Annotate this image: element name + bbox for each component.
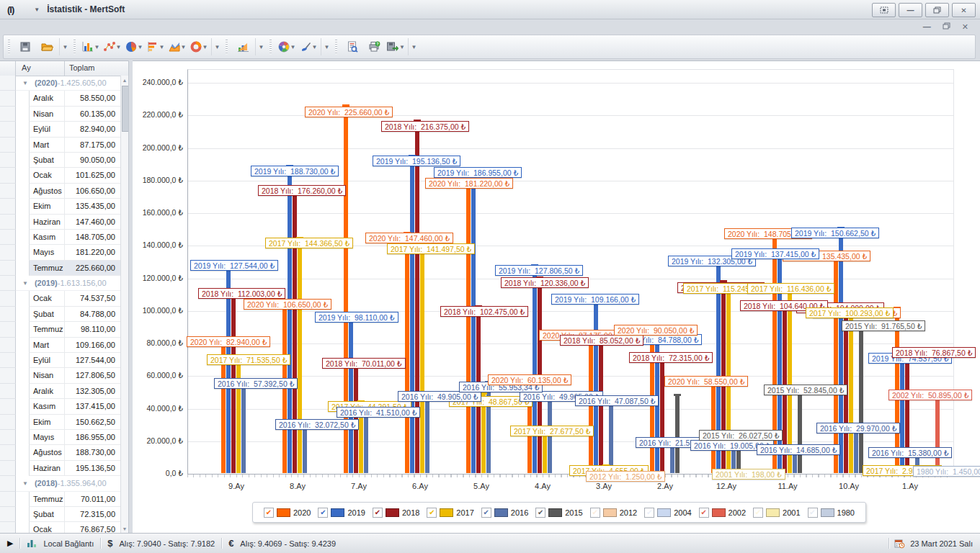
table-row[interactable]: Temmuz98.110,00 — [0, 322, 120, 337]
legend-checkbox[interactable]: ✔ — [427, 508, 437, 518]
table-row[interactable]: Ocak74.537,50 — [0, 291, 120, 306]
toolbar-dropdown-button[interactable]: ▼ — [211, 38, 223, 55]
legend-checkbox[interactable]: ✔ — [590, 508, 600, 518]
column-header-toplam[interactable]: Toplam — [65, 61, 128, 76]
column-header-ay[interactable]: Ay — [16, 61, 65, 76]
table-row[interactable]: Eylül127.544,00 — [0, 353, 120, 368]
chart-value-label: 2019 Yılı: 188.730,00 ₺ — [251, 166, 339, 176]
toolbar-column-chart-button[interactable]: ▼ — [80, 38, 102, 55]
legend-checkbox[interactable]: ✔ — [264, 508, 274, 518]
toolbar-area-chart-button[interactable]: ▼ — [166, 38, 188, 55]
table-row[interactable]: Eylül82.940,00 — [0, 122, 120, 137]
toolbar-dropdown-button[interactable]: ▼ — [59, 38, 71, 55]
table-row[interactable]: Kasım148.705,00 — [0, 230, 120, 245]
month-cell: Mart — [29, 338, 65, 353]
table-row[interactable]: Şubat90.050,00 — [0, 153, 120, 168]
table-row[interactable]: Ekim135.435,00 — [0, 199, 120, 214]
chevron-down-icon: ▼ — [138, 44, 143, 50]
mdi-close-button[interactable]: ✕ — [962, 22, 968, 32]
toolbar-group-grip — [270, 40, 272, 54]
table-row[interactable]: Ocak101.625,00 — [0, 168, 120, 183]
table-row[interactable]: Ocak76.867,50 — [0, 522, 120, 534]
legend-checkbox[interactable]: ✔ — [481, 508, 491, 518]
restore-button[interactable] — [925, 3, 949, 17]
row-indicator-cell — [0, 507, 16, 522]
total-cell: 70.011,00 — [65, 492, 120, 507]
table-group-row[interactable]: ▼(2019)-1.613.156,00 — [0, 276, 120, 291]
toolbar-dropdown-button[interactable]: ▼ — [408, 38, 419, 55]
collapse-triangle-icon[interactable]: ▼ — [22, 480, 28, 487]
table-row[interactable]: Haziran195.136,50 — [0, 461, 120, 476]
toolbar-hbar-chart-button[interactable]: ▼ — [145, 38, 166, 55]
chart-bar — [466, 178, 471, 473]
table-row[interactable]: Şubat72.315,00 — [0, 507, 120, 522]
total-cell: 106.650,00 — [65, 184, 120, 199]
collapse-triangle-icon[interactable]: ▼ — [22, 80, 28, 86]
fullscreen-button[interactable] — [872, 3, 896, 17]
pivot-table-pane: Ay Toplam ▼(2020)-1.425.605,00Aralık58.5… — [0, 60, 128, 534]
chart-bar — [675, 395, 680, 473]
table-row[interactable]: Kasım137.415,00 — [0, 399, 120, 414]
table-row[interactable]: Şubat84.788,00 — [0, 307, 120, 322]
toolbar-open-folder-button[interactable] — [36, 38, 58, 55]
table-row[interactable]: Temmuz70.011,00 — [0, 492, 120, 507]
table-row[interactable]: Ağustos188.730,00 — [0, 445, 120, 460]
legend-year-label: 2002 — [729, 508, 746, 517]
legend-checkbox[interactable]: ✔ — [808, 508, 818, 518]
month-cell: Haziran — [29, 215, 65, 230]
collapse-triangle-icon[interactable]: ▼ — [22, 280, 28, 287]
legend-checkbox[interactable]: ✔ — [535, 508, 545, 518]
minimize-button[interactable]: — — [899, 3, 922, 17]
toolbar-print-preview-button[interactable] — [342, 38, 363, 55]
table-row[interactable]: Ekim150.662,50 — [0, 415, 120, 430]
close-button[interactable]: ✕ — [952, 3, 976, 17]
row-indent — [16, 261, 29, 276]
toolbar-pareto-chart-button[interactable] — [232, 38, 254, 55]
table-group-row[interactable]: ▼(2020)-1.425.605,00 — [0, 76, 120, 91]
legend-checkbox[interactable]: ✔ — [699, 508, 709, 518]
legend-item-2017: ✔2017 — [427, 508, 473, 518]
toolbar-point-chart-button[interactable]: ▼ — [102, 38, 123, 55]
toolbar-dropdown-button[interactable]: ▼ — [255, 38, 267, 55]
toolbar-export-button[interactable]: ▼ — [385, 38, 406, 55]
toolbar-palette-button[interactable]: ▼ — [276, 38, 298, 55]
month-cell: Şubat — [29, 307, 65, 322]
run-icon[interactable]: ▶ — [7, 539, 13, 548]
table-row[interactable]: Aralık58.550,00 — [0, 91, 120, 106]
legend-checkbox[interactable]: ✔ — [753, 508, 763, 518]
scrollbar-up-icon[interactable]: ▲ — [121, 76, 128, 85]
mdi-restore-button[interactable] — [943, 22, 950, 32]
legend-checkbox[interactable]: ✔ — [644, 508, 654, 518]
table-group-row[interactable]: ▼(2018)-1.355.964,00 — [0, 476, 120, 491]
table-row[interactable]: Nisan127.806,50 — [0, 368, 120, 383]
table-row[interactable]: Aralık132.305,00 — [0, 384, 120, 399]
brush-icon — [300, 41, 311, 53]
row-indent — [16, 230, 29, 245]
group-total: -1.355.964,00 — [58, 479, 107, 487]
toolbar-doughnut-chart-button[interactable]: ▼ — [188, 38, 210, 55]
row-indent — [16, 430, 29, 445]
table-row[interactable]: Mart87.175,00 — [0, 138, 120, 153]
toolbar-pie-chart-button[interactable]: ▼ — [123, 38, 145, 55]
toolbar-brush-button[interactable]: ▼ — [298, 38, 319, 55]
title-menu-chevron-icon[interactable]: ▼ — [34, 6, 40, 13]
gridline — [188, 115, 953, 116]
scrollbar-thumb[interactable] — [122, 86, 128, 132]
table-row[interactable]: Haziran147.460,00 — [0, 215, 120, 230]
toolbar-save-button[interactable] — [14, 38, 36, 55]
table-scrollbar[interactable]: ▲ ▼ — [120, 76, 128, 534]
table-row[interactable]: Ağustos106.650,00 — [0, 184, 120, 199]
table-row[interactable]: Mayıs186.955,00 — [0, 430, 120, 445]
y-axis-tick-label: 100.000,0 ₺ — [133, 306, 183, 315]
table-row[interactable]: Mayıs181.220,00 — [0, 245, 120, 260]
table-row[interactable]: Nisan60.135,00 — [0, 107, 120, 122]
toolbar-dropdown-button[interactable]: ▼ — [321, 38, 332, 55]
legend-checkbox[interactable]: ✔ — [318, 508, 328, 518]
month-cell: Eylül — [29, 353, 65, 368]
table-row[interactable]: Temmuz225.660,00 — [0, 261, 120, 276]
legend-checkbox[interactable]: ✔ — [373, 508, 383, 518]
table-row[interactable]: Mart109.166,00 — [0, 338, 120, 353]
doughnut-chart-icon — [190, 41, 202, 53]
toolbar-print-button[interactable]: ? — [363, 38, 385, 55]
mdi-minimize-button[interactable]: — — [923, 22, 931, 32]
